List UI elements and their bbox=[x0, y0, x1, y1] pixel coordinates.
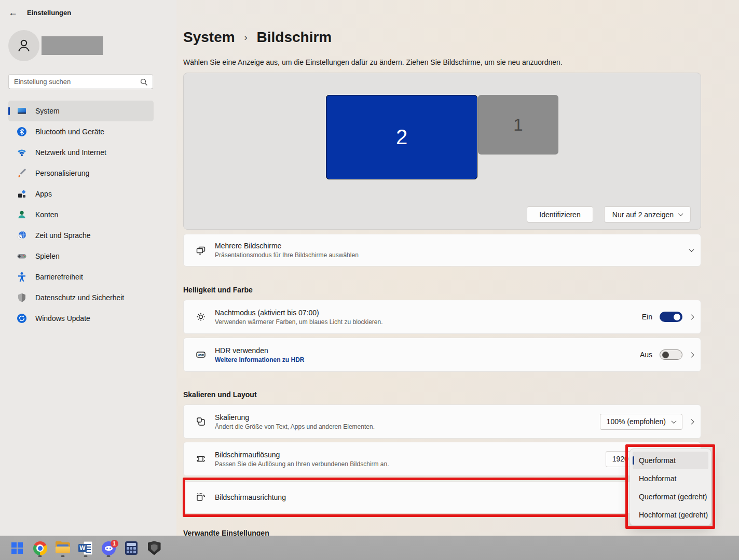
menu-item-hochformat-gedreht[interactable]: Hochformat (gedreht) bbox=[633, 506, 708, 524]
breadcrumb-separator-icon: › bbox=[244, 32, 247, 43]
sidebar-nav: System Bluetooth und Geräte Netzwerk und… bbox=[8, 101, 154, 329]
sidebar-item-label: Datenschutz und Sicherheit bbox=[35, 293, 124, 302]
show-only-dropdown[interactable]: Nur auf 2 anzeigen bbox=[604, 206, 691, 222]
avatar[interactable] bbox=[8, 30, 39, 61]
row-title: Skalierung bbox=[215, 413, 375, 422]
sidebar-item-label: Spielen bbox=[35, 252, 60, 260]
accessibility-icon bbox=[17, 272, 27, 282]
monitor-2[interactable]: 2 bbox=[326, 95, 477, 179]
scaling-row[interactable]: Skalierung Ändert die Größe von Text, Ap… bbox=[183, 404, 701, 439]
settings-window: ← Einstellungen Einstellung suchen Syste… bbox=[0, 0, 739, 560]
search-placeholder: Einstellung suchen bbox=[14, 78, 140, 86]
search-icon bbox=[140, 78, 147, 86]
resolution-row[interactable]: Bildschirmauflösung Passen Sie die Auflö… bbox=[183, 442, 701, 476]
bluetooth-icon bbox=[17, 127, 27, 137]
taskbar-file-explorer[interactable] bbox=[56, 539, 70, 557]
menu-item-label: Hochformat bbox=[639, 474, 676, 483]
accounts-icon bbox=[17, 209, 27, 220]
display-arrangement-panel: 2 1 Identifizieren Nur auf 2 anzeigen bbox=[183, 73, 701, 230]
sidebar-item-network[interactable]: Netzwerk und Internet bbox=[8, 142, 154, 163]
menu-item-hochformat[interactable]: Hochformat bbox=[633, 470, 708, 487]
sidebar-item-privacy[interactable]: Datenschutz und Sicherheit bbox=[8, 287, 154, 308]
chevron-right-icon[interactable] bbox=[689, 419, 694, 424]
taskbar: W 1 bbox=[0, 536, 739, 560]
chevron-down-icon bbox=[672, 418, 677, 424]
resolution-icon bbox=[196, 454, 206, 464]
windows-logo-icon bbox=[11, 542, 23, 554]
sidebar-item-bluetooth[interactable]: Bluetooth und Geräte bbox=[8, 121, 154, 142]
menu-item-querformat-gedreht[interactable]: Querformat (gedreht) bbox=[633, 488, 708, 506]
orientation-menu: Querformat Hochformat Querformat (gedreh… bbox=[629, 449, 711, 526]
word-icon: W bbox=[78, 541, 93, 555]
sidebar-item-accessibility[interactable]: Barrierefreiheit bbox=[8, 267, 154, 287]
start-button[interactable] bbox=[10, 539, 24, 557]
night-light-icon bbox=[196, 312, 206, 322]
night-light-row[interactable]: Nachtmodus (aktiviert bis 07:00) Verwend… bbox=[183, 300, 701, 334]
chevron-down-icon[interactable] bbox=[689, 247, 694, 252]
row-subtitle: Ändert die Größe von Text, Apps und ande… bbox=[215, 423, 375, 430]
multiple-displays-icon bbox=[196, 245, 206, 256]
row-subtitle: Präsentationsmodus für Ihre Bildschirme … bbox=[215, 251, 359, 259]
sidebar-item-label: Zeit und Sprache bbox=[35, 231, 91, 240]
sidebar-item-label: Barrierefreiheit bbox=[35, 273, 83, 281]
sidebar-item-label: Konten bbox=[35, 211, 58, 219]
night-light-toggle[interactable] bbox=[660, 312, 682, 322]
identify-button-label: Identifizieren bbox=[539, 211, 580, 219]
menu-item-label: Querformat (gedreht) bbox=[639, 493, 707, 501]
scale-icon bbox=[196, 416, 206, 427]
personalization-icon bbox=[17, 168, 27, 178]
sidebar-item-gaming[interactable]: Spielen bbox=[8, 246, 154, 267]
svg-text:HDR: HDR bbox=[198, 354, 204, 357]
hdr-toggle[interactable] bbox=[660, 349, 682, 360]
toggle-knob bbox=[674, 314, 680, 320]
multiple-displays-row[interactable]: Mehrere Bildschirme Präsentationsmodus f… bbox=[183, 234, 701, 267]
taskbar-word[interactable]: W bbox=[78, 539, 93, 557]
show-only-label: Nur auf 2 anzeigen bbox=[612, 211, 674, 219]
sidebar-item-personalization[interactable]: Personalisierung bbox=[8, 163, 154, 184]
apps-icon bbox=[17, 189, 27, 199]
identify-button[interactable]: Identifizieren bbox=[527, 206, 593, 222]
search-input[interactable]: Einstellung suchen bbox=[8, 74, 153, 89]
system-icon bbox=[17, 106, 27, 116]
sidebar-item-label: Apps bbox=[35, 190, 52, 198]
back-arrow-icon[interactable]: ← bbox=[8, 7, 18, 18]
windows-update-icon bbox=[17, 313, 27, 324]
chevron-right-icon[interactable] bbox=[689, 352, 694, 357]
toggle-state-label: Ein bbox=[642, 313, 652, 321]
menu-item-querformat[interactable]: Querformat bbox=[633, 452, 708, 469]
gaming-icon bbox=[17, 251, 27, 261]
row-title: HDR verwenden bbox=[215, 346, 304, 355]
running-indicator bbox=[38, 555, 42, 557]
taskbar-world-of-tanks[interactable] bbox=[147, 539, 161, 557]
person-icon bbox=[16, 37, 32, 54]
chevron-right-icon[interactable] bbox=[689, 314, 694, 319]
monitor-1[interactable]: 1 bbox=[478, 95, 558, 155]
sidebar-item-accounts[interactable]: Konten bbox=[8, 204, 154, 225]
file-explorer-icon bbox=[56, 542, 70, 554]
sidebar-item-time-language[interactable]: Zeit und Sprache bbox=[8, 225, 154, 246]
taskbar-chrome[interactable] bbox=[33, 539, 47, 557]
sidebar-item-label: Bluetooth und Geräte bbox=[35, 128, 104, 136]
orientation-row[interactable]: Bildschirmausrichtung bbox=[183, 481, 701, 513]
breadcrumb-parent[interactable]: System bbox=[183, 29, 235, 45]
sidebar-item-system[interactable]: System bbox=[8, 101, 154, 121]
hdr-icon: HDR bbox=[196, 349, 206, 360]
row-title: Nachtmodus (aktiviert bis 07:00) bbox=[215, 309, 383, 317]
row-subtitle: Passen Sie die Auflösung an Ihren verbun… bbox=[215, 460, 389, 468]
taskbar-calculator[interactable] bbox=[124, 539, 139, 557]
running-indicator bbox=[61, 555, 65, 557]
user-name-redacted bbox=[42, 36, 103, 55]
sidebar-item-windows-update[interactable]: Windows Update bbox=[8, 308, 154, 329]
hdr-info-link[interactable]: Weitere Informationen zu HDR bbox=[215, 356, 304, 363]
sidebar-item-label: Personalisierung bbox=[35, 169, 89, 177]
section-brightness: Helligkeit und Farbe bbox=[183, 286, 253, 294]
chrome-icon bbox=[33, 541, 47, 555]
scaling-dropdown[interactable]: 100% (empfohlen) bbox=[600, 414, 682, 430]
chevron-down-icon bbox=[678, 211, 683, 216]
sidebar-item-apps[interactable]: Apps bbox=[8, 184, 154, 204]
hdr-row[interactable]: HDR HDR verwenden Weitere Informationen … bbox=[183, 338, 701, 372]
taskbar-discord[interactable]: 1 bbox=[101, 539, 116, 557]
world-of-tanks-icon bbox=[148, 541, 161, 555]
sidebar-item-label: System bbox=[35, 107, 60, 115]
row-subtitle: Verwenden wärmerer Farben, um blaues Lic… bbox=[215, 318, 383, 326]
